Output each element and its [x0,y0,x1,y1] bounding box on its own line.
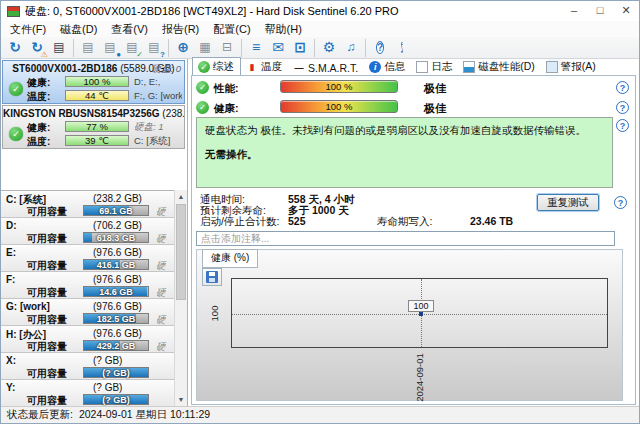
volume-list: C: [系统] (238.2 GB) 可用容量 69.1 GB 硬盘: 1 [1,190,187,406]
free-capacity-value: 429.2 GB [84,341,148,351]
info-icon[interactable]: i [392,39,412,57]
printer-icon[interactable]: ⊟ [217,39,237,57]
help-icon[interactable] [616,101,629,114]
data-point [419,312,423,316]
health-bar: 100 % [65,76,129,87]
settings-gear-icon[interactable]: ⚙ [319,39,339,57]
close-button[interactable]: ✕ [613,2,639,20]
disk-ok-icon[interactable]: ▤✓ [122,39,142,57]
capacity-bar: (? GB) [83,367,149,378]
retest-button[interactable]: 重复测试 [537,194,599,211]
tab-log[interactable]: 日志 [411,58,458,76]
health-label: 健康: [214,102,239,116]
volume-scrollbar[interactable]: ▲ ▼ [174,190,187,406]
refresh-icon[interactable]: ↻ [5,39,25,57]
y-axis-tick: 100 [209,306,220,322]
status-bar: 状态最后更新: 2024-09-01 星期日 10:11:29 [1,406,639,423]
volume-row[interactable]: G: [work] (976.6 GB) 可用容量 182.5 GB 硬盘: 0 [1,299,174,326]
sound-alert-icon[interactable]: ♫ [341,39,361,57]
save-chart-button[interactable] [202,268,222,286]
help-icon[interactable] [614,196,627,209]
chart-tab-health[interactable]: 健康 (%) [202,249,258,268]
performance-rating: 极佳 [424,81,446,96]
free-capacity-label: 可用容量 [27,232,67,246]
disk-detect-icon[interactable]: ▤ [49,39,69,57]
remote-monitor-icon[interactable]: ⊡ [290,39,310,57]
dash-icon [293,62,305,74]
volume-row[interactable]: Y: (? GB) 可用容量 (? GB) [1,380,174,406]
health-gauge: 100 % [280,100,398,113]
save-icon [206,271,218,283]
disk-title: ST6000VX001-2BD186 (5589.0 GB) 硬盘: 0 [3,61,184,74]
data-point-label: 100 [408,300,434,312]
menu-item[interactable]: 查看(V) [104,21,155,38]
volume-row[interactable]: H: [办公] (976.6 GB) 可用容量 429.2 GB 硬盘: 0 [1,326,174,353]
help-icon[interactable] [616,119,629,132]
ok-status-icon: ✓ [196,101,209,114]
tab-smart[interactable]: S.M.A.R.T. [288,60,364,76]
disk-summary-st6000[interactable]: ST6000VX001-2BD186 (5589.0 GB) 硬盘: 0 ✓ 健… [2,60,185,104]
tab-alerts[interactable]: 警报(A) [541,58,602,76]
help-icon[interactable]: ? [370,39,390,57]
scrollbar-thumb[interactable] [176,204,186,300]
menu-item[interactable]: 配置(C) [206,21,257,38]
app-icon [7,6,20,17]
infoblue-icon [369,61,381,73]
scroll-up-icon[interactable]: ▲ [175,190,187,203]
network-disk-icon[interactable]: ⊕ [173,39,193,57]
volume-row[interactable]: D: (706.2 GB) 可用容量 618.3 GB 硬盘: 0 [1,218,174,245]
disk-search-icon[interactable]: ▤? [144,39,164,57]
menu-item[interactable]: 文件(F) [3,21,53,38]
maximize-button[interactable]: □ [587,2,613,20]
lifetime-writes-label: 寿命期写入: [377,215,432,229]
disk-status-text: 硬盘状态为 极佳。未找到有问题的或是弱扇区以及没有加速自旋或数据传输错误。 无需… [196,117,613,188]
volume-row[interactable]: C: [系统] (238.2 GB) 可用容量 69.1 GB 硬盘: 1 [1,191,174,218]
comment-input[interactable] [196,231,615,246]
capacity-bar: 618.3 GB [83,232,149,243]
main-area: ST6000VX001-2BD186 (5589.0 GB) 硬盘: 0 ✓ 健… [1,59,639,406]
tab-temperature[interactable]: 温度 [241,58,288,76]
volume-row[interactable]: X: (? GB) 可用容量 (? GB) [1,353,174,380]
free-capacity-value: 14.6 GB [84,287,148,297]
scroll-down-icon[interactable]: ▼ [175,393,187,406]
free-capacity-label: 可用容量 [27,205,67,219]
menu-item[interactable]: 帮助(H) [258,21,309,38]
capacity-bar: 69.1 GB [83,205,149,216]
refresh-warning-icon[interactable]: ↻⚠ [27,39,47,57]
volume-name: D: [6,220,17,231]
disk-summary-kingston[interactable]: KINGSTON RBUSNS8154P3256G (238.5 GB) ✓ 健… [2,105,185,149]
thermometer-icon [246,61,258,73]
health-history-chart: 健康 (%) 100 100 2024-09-01 [196,249,623,401]
volume-size: (976.6 GB) [93,328,142,339]
disk-remove-icon[interactable]: ▤ [78,39,98,57]
disk-title: KINGSTON RBUSNS8154P3256G (238.5 GB) [3,106,184,119]
email-icon[interactable]: ✉ [268,39,288,57]
volume-row[interactable]: F: (976.6 GB) 可用容量 14.6 GB 硬盘: 0 [1,272,174,299]
toolbar: ↻ ↻⚠ ▤ ▤ ▤● ▤✓ ▤? ⊕ ▦ ⊟ ≡ ✉ ⊡ ⚙ [1,37,639,59]
report-icon[interactable]: ≡ [246,39,266,57]
tab-performance[interactable]: 磁盘性能(D) [458,58,541,76]
surface-test-icon[interactable]: ▦ [195,39,215,57]
menu-item[interactable]: 报告(R) [155,21,206,38]
performance-gauge: 100 % [280,80,398,93]
tab-strip: 综述 温度 S.M.A.R.T. 信息 [192,59,636,76]
free-capacity-value: 618.3 GB [84,233,148,243]
menu-item[interactable]: 磁盘(D) [53,21,104,38]
health-bar: 77 % [65,121,129,132]
volume-row[interactable]: E: (976.6 GB) 可用容量 416.1 GB 硬盘: 0 [1,245,174,272]
disk-clock-icon[interactable]: ▤● [100,39,120,57]
detail-panel: 综述 温度 S.M.A.R.T. 信息 [189,59,639,406]
capacity-bar: 14.6 GB [83,286,149,297]
title-bar: 硬盘: 0, ST6000VX001-2BD186 [WCT49XL2] - H… [1,1,639,21]
disk-number-label: 硬盘: 1 [134,121,182,134]
start-stop-value: 525 [288,215,306,227]
free-capacity-value: 182.5 GB [84,314,148,324]
tab-information[interactable]: 信息 [364,58,411,76]
capacity-bar: 429.2 GB [83,340,149,351]
lifetime-writes-value: 23.46 TB [470,215,513,227]
help-icon[interactable] [616,81,629,94]
partition-letters: F:, G: [work], H: [办公] [134,90,182,103]
tab-overview[interactable]: 综述 [192,57,241,76]
minimize-button[interactable]: – [561,2,587,20]
free-capacity-label: 可用容量 [27,394,67,406]
